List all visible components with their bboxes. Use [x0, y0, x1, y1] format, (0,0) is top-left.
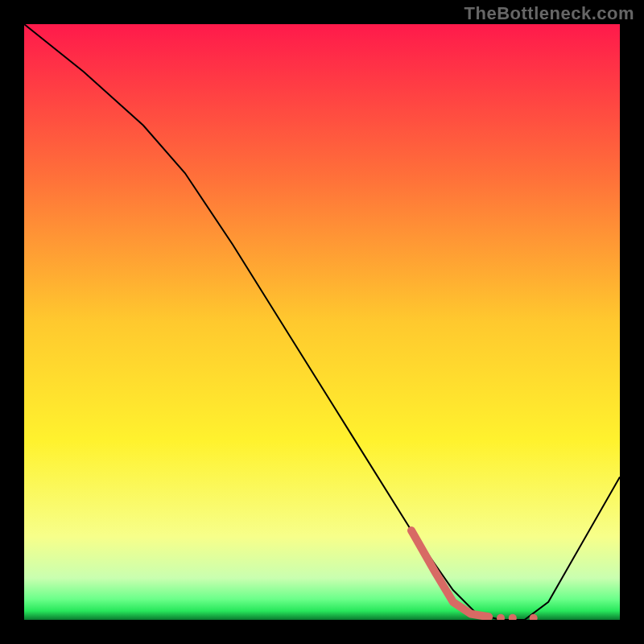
chart-frame: TheBottleneck.com: [0, 0, 644, 644]
chart-svg: [24, 24, 620, 620]
watermark-text: TheBottleneck.com: [464, 3, 634, 24]
plot-area: [24, 24, 620, 620]
gradient-background: [24, 24, 620, 620]
